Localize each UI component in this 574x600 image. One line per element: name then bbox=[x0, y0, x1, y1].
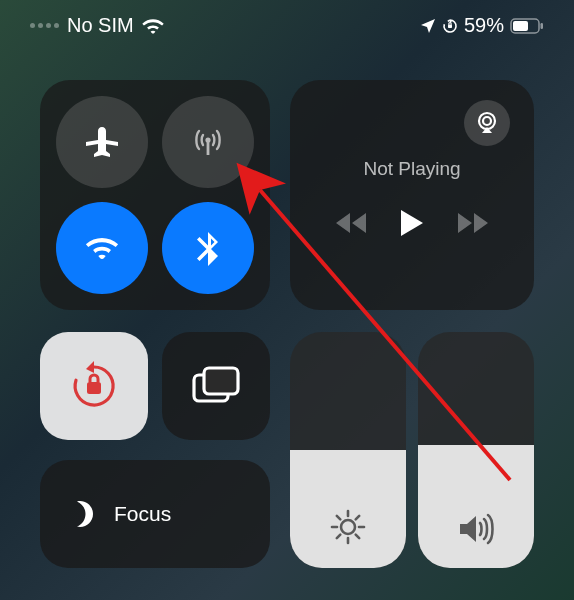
focus-label: Focus bbox=[114, 502, 171, 526]
now-playing-label: Not Playing bbox=[308, 158, 516, 180]
play-button[interactable] bbox=[398, 208, 426, 238]
cellular-antenna-icon bbox=[187, 121, 229, 163]
wifi-status-icon bbox=[142, 18, 164, 34]
airplay-icon bbox=[474, 110, 500, 136]
rotation-lock-status-icon bbox=[442, 18, 458, 34]
status-right: 59% bbox=[420, 14, 544, 37]
next-track-button[interactable] bbox=[456, 211, 490, 235]
svg-line-18 bbox=[337, 535, 341, 539]
media-panel[interactable]: Not Playing bbox=[290, 80, 534, 310]
wifi-toggle[interactable] bbox=[56, 202, 148, 294]
volume-slider[interactable] bbox=[418, 332, 534, 568]
svg-rect-5 bbox=[207, 142, 210, 155]
rotation-lock-icon bbox=[68, 360, 120, 412]
volume-fill bbox=[418, 445, 534, 568]
focus-button[interactable]: Focus bbox=[40, 460, 270, 568]
brightness-icon bbox=[329, 508, 367, 546]
svg-rect-10 bbox=[204, 368, 238, 394]
bluetooth-toggle[interactable] bbox=[162, 202, 254, 294]
volume-icon bbox=[456, 512, 496, 546]
previous-track-button[interactable] bbox=[334, 211, 368, 235]
moon-icon bbox=[64, 498, 96, 530]
wifi-icon bbox=[81, 227, 123, 269]
svg-line-19 bbox=[356, 516, 360, 520]
svg-point-7 bbox=[483, 117, 491, 125]
carrier-label: No SIM bbox=[67, 14, 134, 37]
connectivity-panel[interactable] bbox=[40, 80, 270, 310]
screen-mirroring-button[interactable] bbox=[162, 332, 270, 440]
status-bar: No SIM 59% bbox=[0, 0, 574, 45]
cellular-signal-icon bbox=[30, 23, 59, 28]
status-left: No SIM bbox=[30, 14, 164, 37]
screen-mirroring-icon bbox=[191, 365, 241, 407]
svg-line-17 bbox=[356, 535, 360, 539]
airplane-mode-toggle[interactable] bbox=[56, 96, 148, 188]
rotation-lock-toggle[interactable] bbox=[40, 332, 148, 440]
svg-rect-8 bbox=[87, 382, 101, 394]
airplane-icon bbox=[82, 122, 122, 162]
svg-point-11 bbox=[341, 520, 355, 534]
svg-rect-3 bbox=[541, 23, 544, 29]
svg-point-4 bbox=[205, 137, 210, 142]
brightness-slider[interactable] bbox=[290, 332, 406, 568]
location-icon bbox=[420, 18, 436, 34]
cellular-data-toggle[interactable] bbox=[162, 96, 254, 188]
svg-rect-0 bbox=[448, 24, 452, 28]
svg-rect-2 bbox=[513, 21, 528, 31]
battery-pct-label: 59% bbox=[464, 14, 504, 37]
airplay-button[interactable] bbox=[464, 100, 510, 146]
battery-icon bbox=[510, 18, 544, 34]
bluetooth-icon bbox=[187, 227, 229, 269]
svg-point-6 bbox=[479, 113, 495, 129]
svg-line-16 bbox=[337, 516, 341, 520]
